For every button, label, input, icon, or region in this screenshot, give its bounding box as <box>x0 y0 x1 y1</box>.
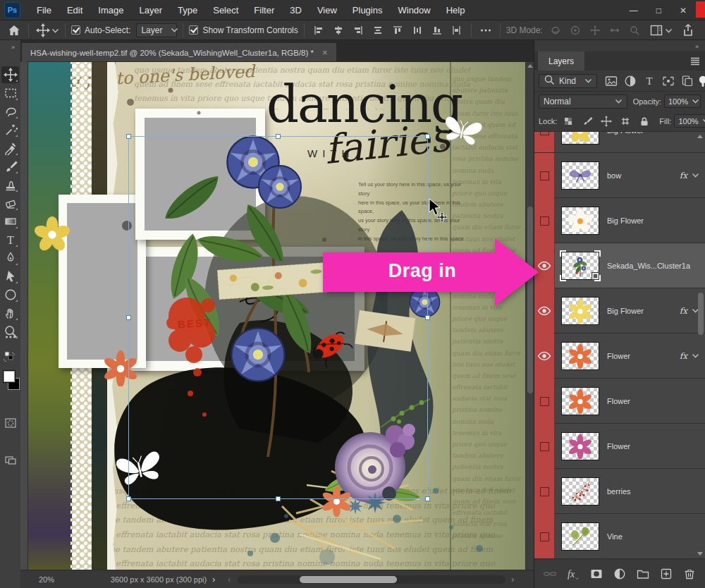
menu-filter[interactable]: Filter <box>246 5 282 16</box>
layer-name[interactable]: Vine <box>607 532 705 541</box>
layer-thumbnail[interactable] <box>561 207 599 235</box>
layer-thumbnail[interactable] <box>561 297 599 325</box>
menu-layer[interactable]: Layer <box>132 5 171 16</box>
pen-tool[interactable] <box>1 250 19 267</box>
layer-fx-badge[interactable]: fx <box>680 306 699 316</box>
new-group-icon[interactable] <box>635 567 651 581</box>
lock-pixels-icon[interactable] <box>579 114 595 128</box>
orbit-3d-icon[interactable] <box>547 23 564 38</box>
eyedropper-tool[interactable] <box>1 140 19 157</box>
layer-fx-badge[interactable]: fx <box>680 171 699 180</box>
object-selection-tool[interactable] <box>1 121 19 138</box>
layer-fx-badge[interactable]: fx <box>680 351 699 361</box>
scroll-right-chevron[interactable]: › <box>511 574 514 584</box>
menu-view[interactable]: View <box>309 5 345 16</box>
layer-name[interactable]: Flower <box>607 442 705 451</box>
type-tool[interactable]: T <box>1 231 19 248</box>
move-tool-options-icon[interactable] <box>35 23 51 38</box>
menu-file[interactable]: File <box>29 5 59 16</box>
new-adjustment-icon[interactable] <box>612 567 628 581</box>
visibility-hidden-box[interactable] <box>534 379 555 424</box>
visibility-hidden-box[interactable] <box>534 424 555 469</box>
maximize-button[interactable]: □ <box>656 6 661 16</box>
show-transform-checkbox[interactable] <box>189 25 198 35</box>
transform-handle[interactable] <box>276 496 281 501</box>
auto-select-checkbox[interactable] <box>71 25 80 35</box>
layer-name[interactable]: Sekada_Wis...Cluster1a <box>607 262 705 270</box>
delete-layer-icon[interactable] <box>682 567 698 581</box>
visibility-hidden-box[interactable] <box>534 514 555 558</box>
status-options-chevron[interactable]: › <box>212 574 215 584</box>
align-right-icon[interactable] <box>350 23 367 38</box>
layer-name[interactable]: berries <box>607 487 705 496</box>
horizontal-scrollbar-thumb[interactable] <box>300 576 397 583</box>
layer-thumbnail[interactable] <box>561 252 599 280</box>
lock-position-icon[interactable] <box>598 114 614 128</box>
auto-select-target-dropdown[interactable]: Layer <box>136 23 177 37</box>
layer-name[interactable]: Big Flower <box>607 216 705 225</box>
menu-window[interactable]: Window <box>390 5 438 16</box>
layer-thumbnail[interactable] <box>561 342 599 370</box>
layers-tab[interactable]: Layers <box>538 51 584 71</box>
lock-transparency-icon[interactable] <box>560 114 576 128</box>
visibility-hidden-box[interactable] <box>534 198 555 243</box>
tab-close-icon[interactable]: × <box>322 47 328 58</box>
transform-handle[interactable] <box>126 134 131 139</box>
transform-handle[interactable] <box>126 315 131 320</box>
opacity-field[interactable]: 100% <box>664 94 701 108</box>
slide-3d-icon[interactable] <box>606 23 623 38</box>
layer-name[interactable]: Big Flower <box>607 307 680 315</box>
align-top-icon[interactable] <box>389 23 406 38</box>
transform-handle[interactable] <box>126 496 131 501</box>
transform-handle[interactable] <box>425 496 430 501</box>
blend-mode-dropdown[interactable]: Normal <box>539 94 627 109</box>
home-icon[interactable] <box>6 23 23 38</box>
vertical-scrollbar-thumb[interactable] <box>527 207 533 393</box>
swap-colors-icon[interactable] <box>4 350 16 365</box>
quick-mask-icon[interactable] <box>1 415 19 431</box>
align-left-icon[interactable] <box>310 23 327 38</box>
pixel-filter-icon[interactable] <box>603 74 619 88</box>
visibility-hidden-box[interactable] <box>534 153 555 198</box>
align-bottom-icon[interactable] <box>429 23 446 38</box>
layer-row-sekada-wis-cluster1a[interactable]: Sekada_Wis...Cluster1a <box>534 243 705 288</box>
layer-filter-toggle-icon[interactable] <box>697 74 705 88</box>
photoshop-logo-icon[interactable]: Ps <box>4 2 20 18</box>
distribute-l-icon[interactable] <box>448 23 465 38</box>
distribute-h-icon[interactable] <box>409 23 426 38</box>
layer-row-flower[interactable]: Flower <box>534 424 705 469</box>
smart-filter-icon[interactable] <box>679 74 695 88</box>
visibility-eye-icon[interactable] <box>534 243 555 288</box>
foreground-color-swatch[interactable] <box>3 370 16 383</box>
clone-stamp-tool[interactable] <box>1 176 19 193</box>
lock-artboard-icon[interactable] <box>617 114 633 128</box>
menu-select[interactable]: Select <box>205 5 246 16</box>
menu-3d[interactable]: 3D <box>282 5 309 16</box>
transform-bounding-box[interactable] <box>128 136 428 499</box>
collapse-panel-chevrons[interactable]: » <box>695 43 699 50</box>
layer-name[interactable]: Flower <box>607 352 680 360</box>
layer-name[interactable]: Flower <box>607 397 705 405</box>
layer-row-flower[interactable]: Flowerfx <box>534 333 705 379</box>
menu-help[interactable]: Help <box>439 5 473 16</box>
document-canvas[interactable]: quo usque tandem abutere patientia nostr… <box>28 62 525 570</box>
layer-name[interactable]: Big Flower <box>607 132 705 135</box>
marquee-tool[interactable] <box>1 85 19 102</box>
type-filter-icon[interactable]: T <box>641 74 657 88</box>
layer-row-bow[interactable]: bowfx <box>534 153 705 198</box>
screen-mode-icon[interactable] <box>1 452 19 469</box>
layer-row-big-flower[interactable]: Big Flowerfx <box>534 288 705 333</box>
visibility-hidden-box[interactable] <box>534 132 555 153</box>
chevron-down-icon[interactable] <box>51 24 59 37</box>
layer-thumbnail[interactable] <box>561 387 599 415</box>
menu-type[interactable]: Type <box>170 5 205 16</box>
minimize-button[interactable]: — <box>630 6 638 16</box>
share-icon[interactable] <box>680 23 697 38</box>
scroll-left-chevron[interactable]: ‹ <box>228 574 231 584</box>
lock-all-icon[interactable] <box>636 114 652 128</box>
visibility-eye-icon[interactable] <box>534 333 555 379</box>
layer-style-fx-icon[interactable]: fx <box>565 567 582 581</box>
layer-row-flower[interactable]: Flower <box>534 379 705 424</box>
align-center-h-icon[interactable] <box>330 23 347 38</box>
workspace-switcher-icon[interactable] <box>648 23 665 38</box>
